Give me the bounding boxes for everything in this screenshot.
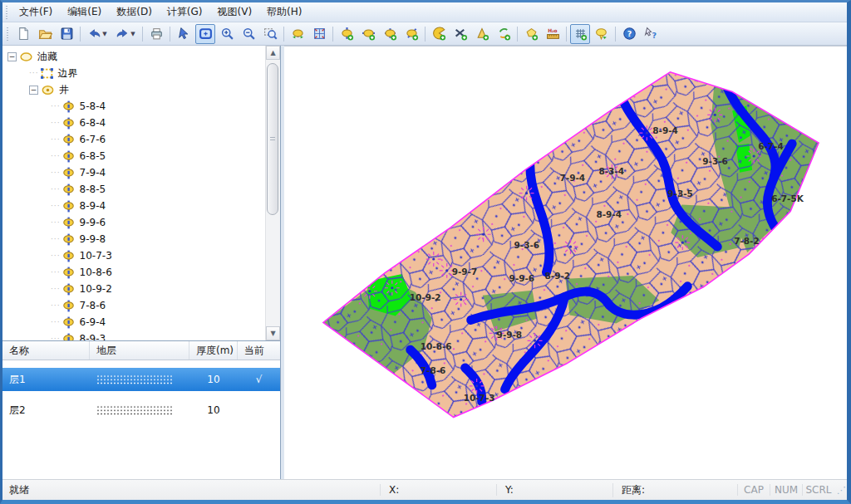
tree-item-wells-group[interactable]: −井	[2, 81, 266, 98]
tree-item-well-8-9-4[interactable]: ···8-9-4	[2, 198, 266, 214]
dropdown-caret-icon[interactable]: ▼	[102, 31, 106, 37]
menu-item-1[interactable]: 编辑(E)	[60, 2, 109, 22]
map-view[interactable]: 8-9-46-7-49-3-68-3-47-9-49-3-56-7-5K8-9-…	[284, 46, 847, 479]
col-thickness[interactable]: 厚度(m)	[189, 341, 238, 360]
add-horizontal-well-button[interactable]	[358, 24, 378, 44]
map-well-label: 9-3-5	[667, 188, 693, 198]
zoom-window-button[interactable]	[260, 24, 280, 44]
tree-expander-icon[interactable]: −	[7, 52, 17, 61]
measure-distance-button[interactable]: H₂o	[543, 24, 563, 44]
tree-item-well-9-9-6[interactable]: ···9-9-6	[2, 214, 266, 231]
well-connection-button[interactable]	[288, 24, 307, 44]
layer-row-层2[interactable]: 层210	[2, 399, 280, 422]
tree-item-well-6-7-6[interactable]: ···6-7-6	[2, 131, 266, 148]
tree-scrollbar[interactable]: ▲ ▼	[265, 46, 280, 340]
redo-button[interactable]: ▼	[112, 24, 139, 44]
undo-button[interactable]: ▼	[84, 24, 111, 44]
tree-item-well-8-8-5[interactable]: ···8-8-5	[2, 181, 266, 198]
tree-item-label: 8-9-3	[78, 333, 108, 340]
add-polygon-region-button[interactable]	[521, 24, 541, 44]
scrollbar-thumb[interactable]	[267, 63, 278, 215]
injection-well-star	[675, 235, 690, 250]
toolbar-separator	[425, 27, 426, 42]
zoom-out-button[interactable]	[239, 24, 258, 44]
toolbar-grip	[6, 27, 10, 41]
reservoir-map[interactable]: 8-9-46-7-49-3-68-3-47-9-49-3-56-7-5K8-9-…	[284, 46, 847, 479]
map-well-label: 6-7-4	[758, 141, 784, 151]
toolbar-separator	[517, 27, 518, 42]
dropdown-caret-icon[interactable]: ▼	[130, 31, 135, 37]
map-well-label: 7-8-2	[734, 236, 760, 246]
well-icon	[61, 133, 75, 146]
tree-item-well-7-9-4[interactable]: ···7-9-4	[2, 164, 266, 181]
tree-connector: ···	[51, 252, 61, 260]
injection-well-star	[528, 333, 543, 348]
tree-item-well-8-9-3[interactable]: ···8-9-3	[2, 330, 266, 340]
tree-item-well-5-8-4[interactable]: ···5-8-4	[2, 98, 266, 115]
menu-item-0[interactable]: 文件(F)	[12, 2, 60, 22]
menu-item-2[interactable]: 数据(D)	[109, 2, 160, 22]
status-distance: 距离:	[612, 483, 737, 497]
layer-stratum-pattern	[90, 405, 189, 416]
tree-item-well-10-7-3[interactable]: ···10-7-3	[2, 247, 266, 264]
select-cursor-button[interactable]	[174, 24, 194, 44]
layers-table-header: 名称 地层 厚度(m) 当前	[2, 341, 280, 360]
menu-item-3[interactable]: 计算(G)	[160, 2, 210, 22]
well-icon	[61, 316, 75, 329]
well-icon	[61, 199, 75, 213]
print-button[interactable]	[146, 24, 166, 44]
tree-item-well-6-9-4[interactable]: ···6-9-4	[2, 314, 266, 330]
map-well-label: 9-3-6	[514, 240, 540, 250]
add-deviated-well-button[interactable]	[401, 24, 421, 44]
tree-connector: ···	[51, 285, 61, 293]
injection-well-star	[385, 281, 400, 296]
add-grid-button[interactable]	[570, 24, 590, 44]
layer-row-层1[interactable]: 层110√	[2, 368, 280, 391]
map-well-label: 7-8-6	[421, 365, 446, 375]
context-help-button[interactable]: ?	[641, 24, 661, 44]
status-scrl: SCRL	[802, 484, 834, 496]
tree-connector: ···	[51, 235, 61, 243]
tree-item-well-6-8-5[interactable]: ···6-8-5	[2, 148, 266, 164]
save-file-button[interactable]	[57, 24, 76, 44]
injection-well-star	[563, 239, 578, 254]
tree-item-boundary[interactable]: ···边界	[2, 65, 266, 81]
fit-extent-button[interactable]	[309, 24, 329, 44]
help-button[interactable]: ?	[619, 24, 639, 44]
resize-grip[interactable]: ⋰	[834, 485, 847, 496]
add-vertical-well-button[interactable]	[337, 24, 357, 44]
tree-item-well-7-8-6[interactable]: ···7-8-6	[2, 297, 266, 314]
scroll-down-icon[interactable]: ▼	[266, 326, 280, 340]
tree-item-reservoir[interactable]: −油藏	[2, 48, 266, 65]
tree-item-well-6-8-4[interactable]: ···6-8-4	[2, 115, 266, 131]
tree-item-well-10-8-6[interactable]: ···10-8-6	[2, 264, 266, 281]
col-current[interactable]: 当前	[238, 341, 280, 360]
annotation-callout-button[interactable]	[592, 24, 612, 44]
layer-name: 层1	[2, 373, 90, 387]
add-update-button[interactable]	[494, 24, 514, 44]
zoom-in-button[interactable]	[217, 24, 237, 44]
open-file-button[interactable]	[35, 24, 55, 44]
tree-item-label: 5-8-4	[78, 100, 108, 112]
add-channel-button[interactable]	[450, 24, 470, 44]
col-stratum[interactable]: 地层	[90, 341, 189, 360]
tree-expander-icon[interactable]: −	[29, 86, 38, 95]
well-icon	[61, 166, 75, 179]
tree-connector: ···	[51, 202, 61, 210]
add-fault-button[interactable]	[429, 24, 449, 44]
pan-view-button[interactable]	[195, 24, 215, 44]
scroll-up-icon[interactable]: ▲	[266, 46, 280, 60]
tree-item-well-9-9-8[interactable]: ···9-9-8	[2, 231, 266, 247]
add-boundary-button[interactable]	[472, 24, 492, 44]
well-icon	[61, 282, 75, 296]
tree-connector: ···	[51, 135, 61, 144]
tree-item-label: 7-9-4	[78, 167, 108, 179]
menu-item-5[interactable]: 帮助(H)	[259, 2, 309, 22]
menu-item-4[interactable]: 视图(V)	[210, 2, 260, 22]
tree-item-label: 9-9-8	[78, 233, 108, 245]
add-cross-well-button[interactable]	[380, 24, 400, 44]
tree-item-well-10-9-2[interactable]: ···10-9-2	[2, 281, 266, 297]
new-document-button[interactable]	[13, 24, 33, 44]
layer-thickness: 10	[189, 374, 238, 385]
col-name[interactable]: 名称	[2, 341, 90, 360]
